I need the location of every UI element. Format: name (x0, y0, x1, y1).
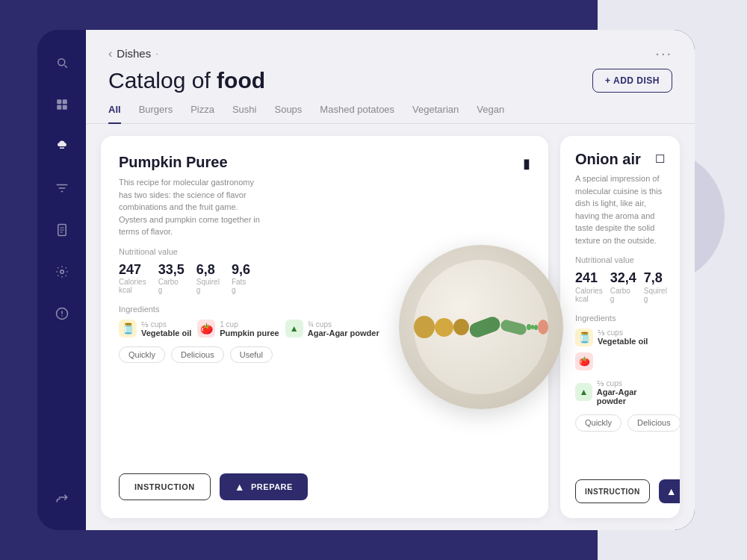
settings-icon (55, 265, 69, 279)
card2-nutrition-label: Nutritional value (575, 255, 665, 264)
card2-bookmark-icon[interactable]: ☐ (655, 152, 665, 166)
sidebar-item-documents[interactable] (52, 220, 72, 240)
card2-mystery-icon: 🍅 (575, 352, 593, 370)
export-icon (55, 491, 69, 504)
card2-nutrition-grid: 241 Calories kcal 32,4 Carbo g 7,8 Squir… (575, 270, 665, 303)
tab-mashed-potatoes[interactable]: Mashed potatoes (320, 101, 394, 124)
tab-burgers[interactable]: Burgers (139, 101, 173, 124)
card2-tag-delicious[interactable]: Delicious (627, 414, 680, 432)
card2-title: Onion air (575, 151, 641, 168)
tablet-frame: ‹ Dishes · ··· Catalog of food + ADD DIS… (37, 30, 695, 530)
ingredient-agar-agar: ▲ ¾ cups Agar-Agar powder (285, 320, 379, 337)
page-title-area: Catalog of food + ADD DISH (86, 62, 695, 93)
breadcrumb-title: Dishes (117, 47, 151, 60)
chef-hat-icon (55, 140, 69, 153)
onion-air-card: Onion air ☐ A special impression of mole… (560, 136, 680, 518)
card2-tag-list: Quickly Delicious ◉ (575, 414, 665, 432)
tag-useful[interactable]: Useful (230, 346, 273, 363)
tag-quickly[interactable]: Quickly (119, 346, 165, 363)
vegetable-oil-icon: 🫙 (119, 320, 137, 337)
tab-pizza[interactable]: Pizza (190, 101, 214, 124)
card2-vegetable-oil-icon: 🫙 (575, 329, 593, 346)
instruction-button[interactable]: INSTRUCTION (119, 473, 211, 500)
food-image (399, 245, 563, 409)
svg-rect-0 (57, 99, 61, 104)
svg-rect-3 (62, 105, 66, 110)
card-description: This recipe for molecular gastronomy has… (119, 176, 268, 238)
card2-nutrition-carbo: 32,4 Carbo g (610, 270, 636, 303)
sidebar (37, 30, 86, 530)
card2-agar-icon: ▲ (575, 383, 592, 401)
sidebar-item-info[interactable] (52, 303, 72, 324)
more-menu-button[interactable]: ··· (655, 45, 672, 62)
breadcrumb-separator: · (155, 49, 158, 59)
card-header: Pumpkin Puree ▮ (119, 154, 530, 172)
add-dish-button[interactable]: + ADD DISH (592, 69, 672, 93)
bookmark-icon[interactable]: ▮ (523, 155, 530, 172)
nutrition-squirel: 6,8 Squirel g (196, 262, 220, 295)
card2-tag-quickly[interactable]: Quickly (575, 414, 622, 432)
card2-description: A special impression of molecular cuisin… (575, 172, 665, 246)
card2-ingredients-label: Ingredients (575, 314, 665, 323)
prepare-icon: ▲ (235, 481, 245, 493)
card2-nutrition-calories: 241 Calories kcal (575, 270, 603, 303)
svg-rect-1 (62, 99, 66, 104)
svg-point-5 (60, 270, 63, 274)
svg-rect-2 (57, 105, 61, 110)
cards-container: Pumpkin Puree ▮ This recipe for molecula… (86, 124, 695, 530)
ingredient-pumpkin-puree: 🍅 1 cup Pumpkin puree (197, 320, 279, 337)
tab-sushi[interactable]: Sushi (232, 101, 257, 124)
tab-vegetarian[interactable]: Vegetarian (412, 101, 459, 124)
breadcrumb: ‹ Dishes · (108, 47, 158, 60)
card2-ingredient-agar: ▲ ⅔ cups Agar-Agar powder (575, 379, 665, 405)
sidebar-item-settings[interactable] (52, 261, 72, 282)
sidebar-item-search[interactable] (52, 52, 72, 73)
pumpkin-icon: 🍅 (197, 320, 215, 337)
nutrition-carbo: 33,5 Carbo g (158, 262, 185, 295)
ingredient-vegetable-oil: 🫙 ⅔ cups Vegetable oil (119, 320, 191, 337)
search-icon (55, 56, 69, 69)
agar-icon: ▲ (285, 320, 303, 337)
sidebar-item-dishes[interactable] (52, 136, 72, 157)
sidebar-item-grid[interactable] (52, 94, 72, 115)
nutrition-fats: 9,6 Fats g (232, 262, 250, 295)
sidebar-item-filter[interactable] (52, 178, 72, 199)
main-area: ‹ Dishes · ··· Catalog of food + ADD DIS… (86, 30, 695, 530)
card2-ingredient-vegetable-oil: 🫙 ⅔ cups Vegetable oil (575, 329, 648, 346)
card2-ingredient-mystery: 🍅 (575, 352, 593, 370)
info-icon (55, 307, 69, 320)
card2-prepare-icon: ▲ (666, 485, 677, 497)
card2-actions: INSTRUCTION ▲ PR... (575, 479, 665, 503)
header: ‹ Dishes · ··· (86, 30, 695, 62)
nutrition-calories: 247 Calories kcal (119, 262, 146, 295)
pumpkin-puree-card: Pumpkin Puree ▮ This recipe for molecula… (101, 136, 548, 518)
prepare-button[interactable]: ▲ PREPARE (220, 473, 308, 500)
card2-prepare-button[interactable]: ▲ PR... (659, 479, 680, 503)
food-plate (399, 245, 563, 409)
card-title: Pumpkin Puree (119, 154, 228, 171)
page-title: Catalog of food (108, 68, 265, 93)
card2-nutrition-squirel: 7,8 Squirel g (644, 270, 667, 303)
filter-tabs: All Burgers Pizza Sushi Soups Mashed pot… (86, 93, 695, 124)
card2-instruction-button[interactable]: INSTRUCTION (575, 479, 650, 503)
tab-all[interactable]: All (108, 101, 121, 124)
tag-delicious[interactable]: Delicious (171, 346, 224, 363)
card-actions: INSTRUCTION ▲ PREPARE (119, 473, 530, 500)
card2-header: Onion air ☐ (575, 151, 665, 168)
back-button[interactable]: ‹ (108, 47, 112, 60)
card2-ingredients-list: 🫙 ⅔ cups Vegetable oil 🍅 (575, 329, 665, 370)
sidebar-item-export[interactable] (52, 487, 72, 508)
grid-icon (55, 98, 69, 111)
filter-icon (55, 181, 69, 195)
tab-soups[interactable]: Soups (274, 101, 302, 124)
tab-vegan[interactable]: Vegan (477, 101, 504, 124)
document-icon (55, 223, 69, 237)
